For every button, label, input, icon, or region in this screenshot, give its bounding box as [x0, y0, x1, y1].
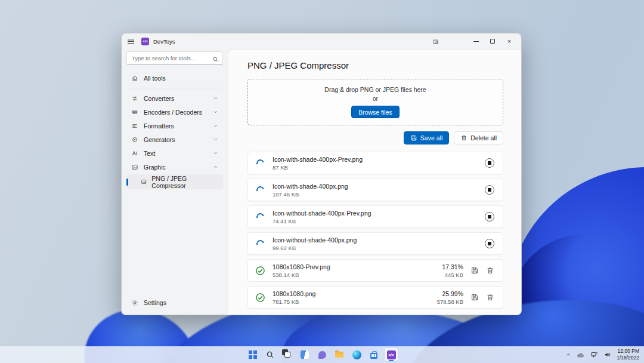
bulk-actions: Save all Delete all — [247, 131, 503, 144]
compression-stats: 25.99% 578.58 KB — [437, 290, 463, 305]
compression-percent: 17.31% — [442, 263, 463, 270]
file-status — [255, 213, 265, 221]
compressed-size: 445 KB — [445, 272, 463, 278]
sidebar-item-converters[interactable]: Converters — [126, 91, 223, 105]
converters-icon — [131, 95, 138, 102]
file-size: 74.41 KB — [273, 218, 371, 224]
cancel-compression-button[interactable] — [485, 239, 494, 248]
file-explorer-button[interactable] — [333, 348, 346, 361]
taskbar-clock[interactable]: 12:00 PM 1/18/2022 — [617, 348, 639, 361]
file-status — [255, 266, 265, 276]
progress-spinner-icon — [255, 238, 266, 249]
tool-search — [126, 51, 223, 65]
sidebar-item-settings[interactable]: Settings — [126, 295, 223, 310]
devtoys-window: </> DevToys × — [121, 33, 522, 315]
cloud-icon — [577, 352, 585, 358]
edge-button[interactable] — [350, 348, 363, 361]
widgets-button[interactable] — [298, 348, 311, 361]
file-row: Icon-without-shade-400px.png 99.62 KB — [247, 232, 503, 255]
cancel-compression-button[interactable] — [485, 185, 494, 195]
window-controls: × — [428, 35, 518, 48]
sidebar-item-formatters[interactable]: Formatters — [126, 119, 223, 133]
file-status — [255, 159, 265, 167]
save-all-label: Save all — [420, 134, 442, 141]
file-meta: 1080x1080-Prev.png 538.14 KB — [273, 263, 330, 278]
sidebar-item-label: Formatters — [144, 122, 174, 130]
maximize-button[interactable] — [484, 35, 501, 48]
save-all-button[interactable]: Save all — [404, 131, 449, 144]
search-icon — [266, 350, 274, 359]
devtoys-logo-icon: </> — [141, 38, 149, 45]
chevron-up-icon — [565, 352, 571, 358]
delete-all-button[interactable]: Delete all — [454, 131, 503, 144]
stop-icon — [488, 188, 491, 192]
devtoys-taskbar-button[interactable]: </> — [385, 348, 398, 361]
delete-file-button[interactable] — [486, 266, 494, 275]
hidden-icons-button[interactable] — [565, 352, 571, 358]
task-view-button[interactable] — [281, 348, 294, 361]
file-row: Icon-with-shade-400px-Prev.png 87 KB — [247, 152, 503, 174]
sidebar-item-all-tools[interactable]: All tools — [126, 71, 223, 85]
chevron-down-icon — [213, 137, 218, 142]
generators-icon — [131, 136, 138, 143]
sidebar-item-text[interactable]: Text — [126, 146, 223, 160]
save-file-button[interactable] — [470, 293, 479, 302]
file-status — [255, 186, 265, 194]
file-size: 87 KB — [273, 164, 363, 171]
sidebar-item-label: PNG / JPEG Compressor — [151, 175, 218, 189]
trash-icon — [460, 134, 467, 141]
chevron-down-icon — [213, 96, 218, 101]
sidebar-item-label: Graphic — [144, 164, 166, 171]
chat-button[interactable] — [315, 348, 329, 361]
onedrive-button[interactable] — [577, 352, 585, 358]
sidebar-item-graphic[interactable]: Graphic — [126, 160, 223, 174]
sidebar-item-png-jpeg-compressor[interactable]: PNG / JPEG Compressor — [126, 174, 223, 189]
store-icon — [370, 353, 377, 359]
start-button[interactable] — [246, 348, 259, 361]
progress-spinner-icon — [255, 211, 266, 222]
file-name: Icon-without-shade-400px.png — [273, 236, 357, 244]
devtoys-icon: </> — [387, 350, 396, 359]
search-input[interactable] — [126, 51, 223, 65]
sidebar-nav: All tools Converters Encoders / Decoders — [126, 71, 223, 189]
chevron-down-icon — [213, 123, 218, 128]
folder-icon — [335, 352, 343, 358]
save-icon — [470, 266, 479, 275]
sidebar: All tools Converters Encoders / Decoders — [122, 49, 228, 315]
file-row: Icon-with-shade-400px.png 107.46 KB — [247, 179, 503, 201]
close-button[interactable]: × — [501, 35, 518, 48]
file-row: 1080x1080.png 781.75 KB 25.99% 578.58 KB — [247, 286, 503, 309]
stop-icon — [488, 161, 491, 165]
compact-overlay-button[interactable] — [428, 35, 442, 47]
delete-file-button[interactable] — [486, 293, 494, 302]
file-dropzone[interactable]: Drag & drop PNG or JPEG files here or Br… — [247, 79, 503, 125]
minimize-button[interactable] — [467, 35, 484, 48]
sidebar-item-encoders-decoders[interactable]: Encoders / Decoders — [126, 105, 223, 119]
success-check-icon — [255, 293, 265, 303]
cancel-compression-button[interactable] — [485, 158, 494, 168]
encoders-icon — [131, 109, 138, 116]
file-meta: Icon-without-shade-400px.png 99.62 KB — [273, 236, 357, 251]
volume-button[interactable] — [603, 351, 611, 358]
dropzone-text: Drag & drop PNG or JPEG files here — [324, 86, 426, 93]
file-status — [255, 240, 265, 248]
save-icon — [470, 293, 479, 302]
chat-icon — [318, 351, 326, 359]
network-button[interactable] — [590, 351, 598, 358]
cancel-compression-button[interactable] — [485, 212, 494, 222]
file-size: 107.46 KB — [273, 191, 348, 198]
close-icon: × — [507, 38, 511, 45]
hamburger-menu-button[interactable] — [126, 36, 137, 46]
compressed-size: 578.58 KB — [437, 299, 463, 305]
stop-icon — [488, 242, 491, 245]
sidebar-item-generators[interactable]: Generators — [126, 133, 223, 146]
save-file-button[interactable] — [470, 266, 479, 275]
taskbar-search-button[interactable] — [264, 348, 277, 361]
trash-icon — [486, 293, 494, 302]
network-icon — [590, 351, 598, 358]
file-meta: Icon-with-shade-400px-Prev.png 87 KB — [273, 156, 363, 171]
chevron-down-icon — [213, 109, 218, 115]
browse-files-button[interactable]: Browse files — [351, 106, 400, 118]
store-button[interactable] — [367, 348, 380, 361]
dropzone-or-text: or — [373, 96, 378, 102]
